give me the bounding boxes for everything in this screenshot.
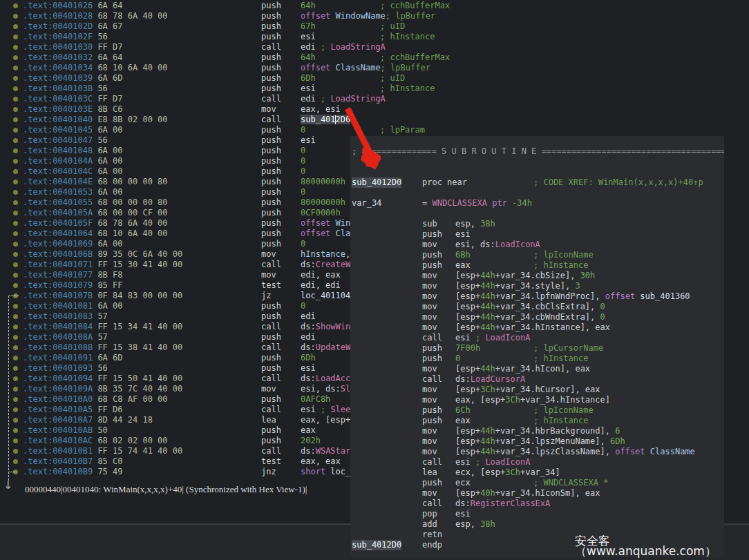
asm-line[interactable]: .text:00401028 68 78 6A 40 00pushoffset …	[0, 11, 749, 21]
opcode-bytes: 68 02 02 00 00	[97, 436, 167, 445]
address: .text:00401064	[23, 229, 93, 238]
code-dot-icon	[13, 117, 18, 122]
operands: 7F00h	[455, 343, 533, 354]
address: .text:00401055	[23, 197, 93, 207]
jump-arrow-tick	[8, 472, 15, 472]
asm-line	[350, 167, 724, 177]
mnemonic: call	[261, 342, 281, 353]
address: .text:0040103E	[23, 104, 93, 114]
asm-line	[350, 188, 724, 198]
code-dot-icon	[13, 221, 18, 226]
operands: esi	[455, 229, 533, 240]
asm-line: mov[esp+44h+var_34.hInstance], eax	[350, 322, 724, 333]
opcode-bytes: 0F 84 83 00 00 00	[97, 291, 182, 300]
opcode-bytes: 68 78 6A 40 00	[97, 218, 167, 228]
opcode-bytes: 68 00 00 CF 00	[97, 208, 167, 218]
operands: ds:LoadCursorA	[455, 374, 533, 385]
asm-line: mov[esp+44h+var_34.lpszClassName], offse…	[350, 447, 724, 457]
operands: [esp+44h+var_34.cbSize], 30h	[455, 271, 595, 281]
opcode-bytes: 56	[97, 84, 107, 93]
asm-line[interactable]: .text:00401034 68 10 6A 40 00pushoffset …	[0, 63, 749, 73]
asm-line: moveax, [esp+3Ch+var_34.hInstance]	[350, 395, 724, 405]
asm-line[interactable]: .text:00401039 6A 6Dpush6Dh; uID	[0, 73, 749, 84]
opcode-bytes: 57	[97, 332, 107, 342]
operands: eax, esi	[301, 104, 380, 115]
mnemonic: push	[422, 405, 442, 416]
address: .text:0040105F	[23, 218, 93, 228]
asm-line: mov[esp+44h+var_34.cbClsExtra], 0	[350, 302, 724, 312]
comment: ; WNDCLASSEXA *	[533, 478, 608, 487]
opcode-bytes: 68 10 6A 40 00	[97, 63, 167, 73]
address: .text:00401032	[23, 52, 93, 62]
mnemonic: push	[261, 63, 281, 73]
asm-line: pushesi	[350, 229, 724, 240]
asm-line	[350, 209, 724, 219]
opcode-bytes: 56	[97, 135, 107, 145]
address: .text:00401034	[23, 63, 93, 73]
address: .text:0040104C	[23, 166, 93, 176]
asm-line[interactable]: .text:0040103C FF D7calledi ; LoadString…	[0, 94, 749, 104]
comment: ; CODE XREF: WinMain(x,x,x,x)+40↑p	[533, 177, 703, 187]
asm-line: callesi ; LoadIconA	[350, 457, 724, 467]
mnemonic: push	[261, 125, 281, 135]
operands: [esp+44h+var_34.lpszClassName], offset C…	[455, 447, 695, 457]
address: .text:00401053	[23, 187, 93, 197]
address: .text:00401045	[23, 125, 93, 135]
asm-line[interactable]: .text:0040102D 6A 67push67h; uID	[0, 21, 749, 32]
asm-line: movesi, ds:LoadIconA	[350, 240, 724, 250]
mnemonic: push	[422, 416, 442, 426]
address: .text:0040109A	[23, 384, 93, 394]
asm-line: mov[esp+3Ch+var_34.hCursor], eax	[350, 385, 724, 395]
asm-line[interactable]: .text:00401032 6A 64push64h; cchBufferMa…	[0, 52, 749, 63]
mnemonic: push	[261, 73, 281, 84]
mnemonic: test	[261, 280, 281, 291]
asm-line[interactable]: .text:0040103B 56pushesi; hInstance	[0, 84, 749, 94]
opcode-bytes: FF 15 38 41 40 00	[97, 342, 182, 352]
asm-line[interactable]: .text:0040103E 8B C6moveax, esi	[0, 104, 749, 115]
mnemonic: call	[261, 94, 281, 104]
mnemonic: mov	[261, 249, 276, 260]
opcode-bytes: FF 15 50 41 40 00	[97, 374, 182, 383]
address: .text:00401071	[23, 260, 93, 269]
asm-line: pusheax; hInstance	[350, 260, 724, 271]
comment: ; uID	[380, 21, 405, 31]
asm-line: popesi	[350, 509, 724, 519]
label: var_34	[352, 198, 381, 209]
asm-line[interactable]: .text:00401030 FF D7calledi ; LoadString…	[0, 42, 749, 52]
operands: sub_4012D0	[301, 115, 380, 125]
opcode-bytes: 6A 00	[97, 146, 122, 155]
opcode-bytes: FF D6	[97, 405, 122, 414]
asm-line[interactable]: .text:00401045 6A 00push0; lpParam	[0, 125, 749, 135]
opcode-bytes: E8 8B 02 00 00	[97, 115, 167, 124]
mnemonic: call	[422, 499, 442, 509]
asm-line[interactable]: .text:00401026 6A 64push64h; cchBufferMa…	[0, 1, 749, 11]
mnemonic: push	[261, 436, 281, 446]
asm-line: subesp, 38h	[350, 219, 724, 229]
asm-line[interactable]: .text:00401040 E8 8B 02 00 00callsub_401…	[0, 115, 749, 125]
opcode-bytes: 68 78 6A 40 00	[97, 11, 167, 21]
asm-line: sub_4012D0proc near; CODE XREF: WinMain(…	[350, 177, 724, 188]
operands: ds:RegisterClassExA	[455, 499, 550, 509]
asm-line[interactable]: .text:0040102F 56pushesi; hInstance	[0, 32, 749, 42]
mnemonic: mov	[422, 447, 437, 457]
address: .text:00401039	[23, 73, 93, 83]
operands: 0	[301, 125, 380, 135]
mnemonic: push	[261, 394, 281, 405]
mnemonic: call	[261, 115, 281, 125]
address: .text:00401079	[23, 280, 93, 290]
address: .text:0040102F	[23, 32, 93, 41]
operands: edi ; LoadStringA	[301, 42, 386, 52]
operands: offset ClassName	[301, 63, 381, 73]
mnemonic: pop	[422, 509, 437, 519]
comment: ; uID	[380, 73, 405, 83]
mnemonic: push	[261, 208, 281, 218]
opcode-bytes: 56	[97, 363, 107, 373]
comment: ; cchBufferMax	[380, 1, 450, 10]
operands: [esp+44h+var_34.hInstance], eax	[455, 322, 610, 333]
asm-line: mov[esp+44h+var_34.hIcon], eax	[350, 364, 724, 374]
operands: [esp+44h+var_34.hbrBackground], 6	[455, 426, 620, 436]
opcode-bytes: 6A 67	[97, 21, 122, 31]
address: .text:0040103C	[23, 94, 93, 104]
code-dot-icon	[13, 159, 18, 164]
address: .text:00401081	[23, 301, 93, 311]
